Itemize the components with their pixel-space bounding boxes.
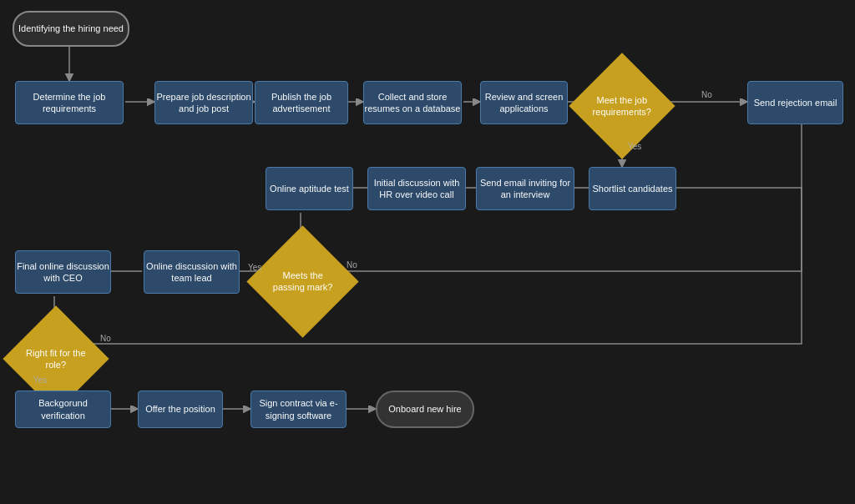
flowchart: Identifying the hiring need Determine th…: [0, 0, 855, 504]
node-publish-job: Publish the job advertisement: [255, 81, 348, 124]
node-aptitude-test: Online aptitude test: [266, 167, 353, 210]
node-ceo-discussion: Final online discussion with CEO: [15, 250, 111, 294]
label-no-d3: No: [100, 334, 111, 343]
label-yes-d3: Yes: [33, 375, 47, 385]
node-invite-interview: Send email inviting for an interview: [476, 167, 574, 210]
node-review-screen: Review and screen applications: [480, 81, 568, 124]
node-offer-position: Offer the position: [138, 391, 223, 428]
node-background-verification: Backgorund verification: [15, 391, 111, 428]
diamond-meet-requirements: Meet the job requirements?: [569, 53, 675, 159]
node-hr-discussion: Initial discussion with HR over video ca…: [367, 167, 466, 210]
node-determine-requirements: Determine the job requirements: [15, 81, 124, 124]
label-yes-d2: Yes: [248, 263, 261, 272]
label-no-d2: No: [347, 260, 357, 270]
node-team-lead-discussion: Online discussion with team lead: [144, 250, 240, 294]
diamond-passing-mark: Meets the passing mark?: [246, 225, 358, 337]
label-yes-d1: Yes: [628, 142, 641, 151]
node-prepare-description: Prepare job description and job post: [154, 81, 253, 124]
node-shortlist: Shortlist candidates: [589, 167, 676, 210]
node-rejection-email: Send rejection email: [747, 81, 843, 124]
node-sign-contract: Sign contract via e-signing software: [250, 391, 347, 428]
label-no-d1: No: [701, 90, 712, 99]
node-collect-store: Collect and store resumes on a database: [363, 81, 462, 124]
node-onboard: Onboard new hire: [376, 391, 474, 428]
start-node: Identifying the hiring need: [13, 11, 129, 47]
